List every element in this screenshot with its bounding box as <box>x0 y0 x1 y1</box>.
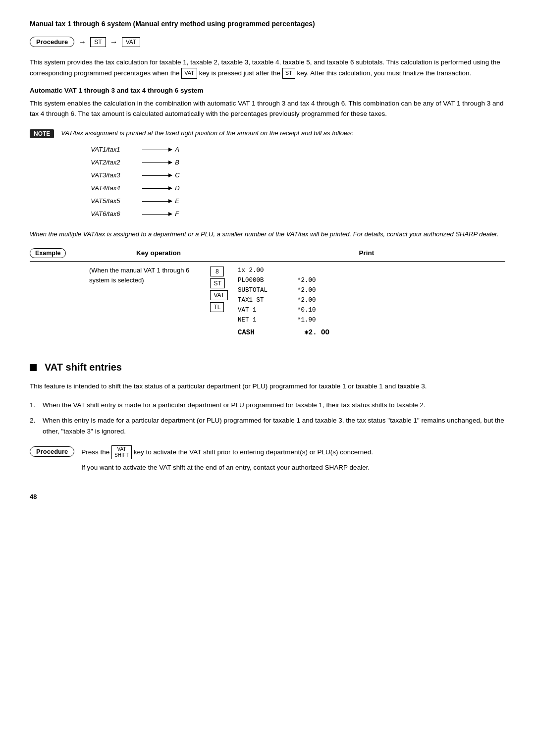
example-desc: (When the manual VAT 1 through 6 system … <box>89 266 202 286</box>
body-text-1: This system provides the tax calculation… <box>30 57 505 79</box>
vat-shift-key-inline: VATSHIFT <box>111 445 132 459</box>
vat-shift-body1: This feature is intended to shift the ta… <box>30 381 505 392</box>
st-key-1: ST <box>90 37 106 47</box>
print-cash: CASH ✱2. OO <box>238 327 505 338</box>
vat-key-1: VAT <box>122 37 141 47</box>
vat-shift-section-title-row: VAT shift entries <box>30 362 505 373</box>
arrow-1: → <box>78 38 86 47</box>
auto-vat-text: This system enables the calculation in t… <box>30 98 505 119</box>
note-block: NOTE VAT/tax assignment is printed at th… <box>30 128 505 224</box>
vat-map-row-2: VAT2/tax2 B <box>91 156 353 169</box>
vat-map-row-1: VAT1/tax1 A <box>91 143 353 156</box>
vat-map-row-5: VAT5/tax5 E <box>91 195 353 208</box>
example-section: Example Key operation Print (When the ma… <box>30 248 505 342</box>
vat-map-row-6: VAT6/tax6 F <box>91 208 353 220</box>
procedure-badge-2: Procedure <box>30 446 74 457</box>
list-item-1: 1. When the VAT shift entry is made for … <box>30 400 505 411</box>
vat-map: VAT1/tax1 A VAT2/tax2 B VAT3/tax3 C VAT4… <box>91 143 353 220</box>
vat-key-2: VAT <box>210 290 228 300</box>
list-num-1: 1. <box>30 400 39 411</box>
caption-italic: When the multiple VAT/tax is assigned to… <box>30 229 505 239</box>
example-cell <box>30 261 89 342</box>
key-stack: 8 ST VAT TL <box>210 267 228 312</box>
vat-shift-title: VAT shift entries <box>45 362 122 373</box>
vat-map-row-3: VAT3/tax3 C <box>91 169 353 182</box>
st-key-2: ST <box>210 278 224 288</box>
list-num-2: 2. <box>30 415 39 436</box>
example-badge: Example <box>30 248 66 258</box>
list-item-2: 2. When this entry is made for a particu… <box>30 415 505 436</box>
arrow-2: → <box>110 38 118 47</box>
main-title: Manual tax 1 through 6 system (Manual en… <box>30 20 505 28</box>
example-col-header: Example <box>30 248 89 262</box>
keyop-col-header: Key operation <box>89 248 228 262</box>
note-text: VAT/tax assignment is printed at the fix… <box>61 128 353 138</box>
procedure-text3: If you want to activate the VAT shift at… <box>81 462 373 473</box>
procedure-row-1: Procedure → ST → VAT <box>30 37 505 47</box>
procedure-text-block: Press the VATSHIFT key to activate the V… <box>81 445 373 473</box>
procedure-badge-1: Procedure <box>30 37 74 47</box>
list-text-1: When the VAT shift entry is made for a p… <box>43 400 426 411</box>
print-col-header: Print <box>228 248 505 262</box>
example-table: Example Key operation Print (When the ma… <box>30 248 505 342</box>
keyop-cell: (When the manual VAT 1 through 6 system … <box>89 261 228 342</box>
auto-vat-heading: Automatic VAT 1 through 3 and tax 4 thro… <box>30 87 505 94</box>
procedure-row-2: Procedure Press the VATSHIFT key to acti… <box>30 445 505 473</box>
note-badge: NOTE <box>30 129 54 138</box>
vat-shift-list: 1. When the VAT shift entry is made for … <box>30 400 505 437</box>
print-cell: 1x 2.00 PL0000B *2.00 SUBTOTAL *2.00 TAX… <box>228 261 505 342</box>
vat-map-row-4: VAT4/tax4 D <box>91 182 353 195</box>
eight-key: 8 <box>210 267 224 276</box>
vat-inline-key: VAT <box>181 68 197 79</box>
st-inline-key: ST <box>282 68 295 79</box>
page-number: 48 <box>30 493 505 500</box>
black-square-icon <box>30 364 37 371</box>
tl-key: TL <box>210 302 224 312</box>
list-text-2: When this entry is made for a particular… <box>43 415 505 436</box>
print-output: 1x 2.00 PL0000B *2.00 SUBTOTAL *2.00 TAX… <box>238 266 505 325</box>
